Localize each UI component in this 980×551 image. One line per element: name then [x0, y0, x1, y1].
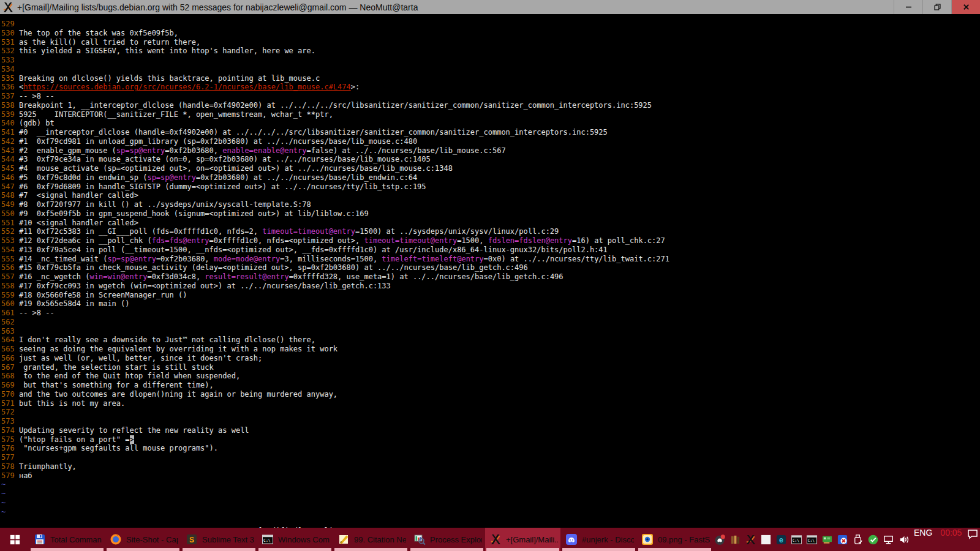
running-indicator [334, 548, 407, 551]
editor-line: 567 granted, the selection start is stil… [1, 363, 980, 372]
cmd-tray-icon[interactable]: C:\ [791, 534, 802, 545]
taskbar-item[interactable]: SSublime Text 3 [181, 528, 257, 551]
action-center-icon[interactable] [967, 528, 979, 551]
editor-line: 543 #2 enable_gpm_mouse (sp=sp@entry=0xf… [1, 146, 980, 156]
line-number: 537 [1, 92, 19, 100]
line-number: 557 [1, 272, 19, 281]
taskbar-item-label: Windows Com... [278, 535, 330, 544]
editor-line: 541 #0 __interceptor_dlclose (handle=0xf… [1, 128, 980, 137]
editor-line: 576 "ncurses+gpm segfaults all mouse pro… [1, 444, 980, 453]
line-number: 550 [1, 209, 19, 218]
line-number: 551 [1, 219, 19, 227]
titlebar[interactable]: +[Gmail]/Mailing lists/bugs.debian.org w… [0, 0, 980, 14]
xterm-icon [489, 533, 502, 545]
line-number: 563 [1, 327, 19, 335]
line-number: 565 [1, 345, 19, 353]
editor-line: 544 #3 0xf79ce34a in mouse_activate (on=… [1, 155, 980, 164]
line-number: 531 [1, 38, 19, 47]
line-number: 532 [1, 47, 19, 55]
editor-line: 531 as the kill() call tried to return t… [1, 38, 980, 47]
line-number: 547 [1, 182, 19, 191]
usb-icon[interactable] [852, 534, 864, 545]
svg-text:C:\: C:\ [808, 538, 815, 542]
line-number: 540 [1, 119, 19, 127]
editor-line: 556 #15 0xf79cb5fa in check_mouse_activi… [1, 263, 980, 272]
eset-icon[interactable]: e [775, 534, 787, 545]
line-number: 544 [1, 155, 19, 163]
taskbar-item[interactable]: 99. Citation Ne... [333, 528, 409, 551]
calibre-icon[interactable] [729, 534, 741, 545]
taskbar-item-label: 09.png - FastSt... [658, 535, 710, 544]
svg-text:C:\: C:\ [793, 538, 799, 542]
line-number: 530 [1, 29, 19, 37]
line-number: 571 [1, 399, 19, 408]
taskbar-item[interactable]: Total Comman... [29, 528, 105, 551]
editor-line: 557 #16 _nc_wgetch (win=win@entry=0xf3d0… [1, 272, 980, 282]
editor-line: 555 #14 _nc_timed_wait (sp=sp@entry=0xf2… [1, 255, 980, 264]
terminal-lines: 529 530 The top of the stack was 0xf5e09… [1, 20, 980, 516]
line-number: 566 [1, 354, 19, 362]
taskbar: Total Comman...Site-Shot - Cap...SSublim… [0, 528, 980, 551]
line-number: 534 [1, 65, 19, 73]
editor-line: 542 #1 0xf79cd981 in unload_gpm_library … [1, 137, 980, 146]
device-error-icon[interactable] [837, 534, 848, 545]
nontext-tilde: ~ [1, 508, 980, 517]
editor-line: 574 Updating severity to reflect the new… [1, 426, 980, 435]
language-indicator[interactable]: ENG [914, 528, 932, 551]
faststone-icon [641, 533, 654, 545]
volume-icon[interactable] [898, 534, 910, 545]
safe-remove-icon[interactable] [867, 534, 879, 545]
editor-line: 563 [1, 327, 980, 336]
taskbar-item-label: +[Gmail]/Maili... [506, 535, 558, 544]
taskbar-item-label: Sublime Text 3 [202, 535, 254, 544]
taskbar-item[interactable]: C:\Windows Com... [257, 528, 333, 551]
line-number: 559 [1, 291, 19, 299]
line-number: 545 [1, 164, 19, 173]
terminal-content[interactable]: 529 530 The top of the stack was 0xf5e09… [0, 16, 980, 528]
editor-line: 573 [1, 417, 980, 426]
line-number: 560 [1, 299, 19, 308]
editor-line: 564 I don't really see a downside to Jus… [1, 335, 980, 345]
line-number: 575 [1, 435, 19, 444]
taskbar-item[interactable]: Process Explor... [409, 528, 484, 551]
close-button[interactable] [951, 0, 980, 14]
network-icon[interactable] [883, 534, 894, 545]
running-indicator [107, 548, 179, 551]
start-button[interactable] [0, 528, 29, 551]
taskbar-item[interactable]: +[Gmail]/Maili... [485, 528, 560, 551]
windows-logo-icon [10, 534, 20, 545]
xterm-window: +[Gmail]/Mailing lists/bugs.debian.org w… [0, 0, 980, 551]
taskbar-item[interactable]: 09.png - FastSt... [637, 528, 712, 551]
editor-line: 570 and the two outcomes are dlopen()nin… [1, 390, 980, 399]
taskbar-clock[interactable]: 00:05 [940, 528, 962, 551]
line-number: 546 [1, 173, 19, 182]
svg-text:S: S [189, 536, 194, 544]
cmd-tray2-icon[interactable]: C:\ [806, 534, 818, 545]
editor-line: 572 [1, 408, 980, 417]
editor-line: 540 (gdb) bt [1, 119, 980, 128]
taskbar-item[interactable]: #unjerk - Disco... [561, 528, 636, 551]
line-number: 543 [1, 146, 19, 155]
nontext-tilde: ~ [1, 480, 980, 489]
taskbar-item-label: Site-Shot - Cap... [126, 535, 178, 544]
editor-line: 533 [1, 56, 980, 65]
taskbar-item[interactable]: Site-Shot - Cap... [105, 528, 181, 551]
minimize-button[interactable] [894, 0, 922, 14]
line-number: 568 [1, 372, 19, 380]
xterm-icon [2, 1, 14, 13]
line-number: 539 [1, 110, 19, 119]
floppy-icon [34, 533, 46, 545]
editor-line: 571 but this is not my area. [1, 399, 980, 408]
editor-line: 548 #7 <signal handler called> [1, 191, 980, 200]
xterm-tray-icon[interactable] [745, 534, 756, 545]
discord-tray-icon[interactable] [714, 534, 726, 545]
line-number: 578 [1, 462, 19, 471]
running-indicator [258, 548, 331, 551]
maximize-button[interactable] [922, 0, 951, 14]
system-tray: eC:\C:\ [713, 528, 911, 551]
white-square-icon[interactable] [760, 534, 772, 545]
network-card-icon[interactable] [821, 534, 833, 545]
line-number: 555 [1, 255, 19, 263]
editor-line: 535 Breaking on dlclose() yields this ba… [1, 74, 980, 83]
running-indicator [638, 548, 711, 551]
